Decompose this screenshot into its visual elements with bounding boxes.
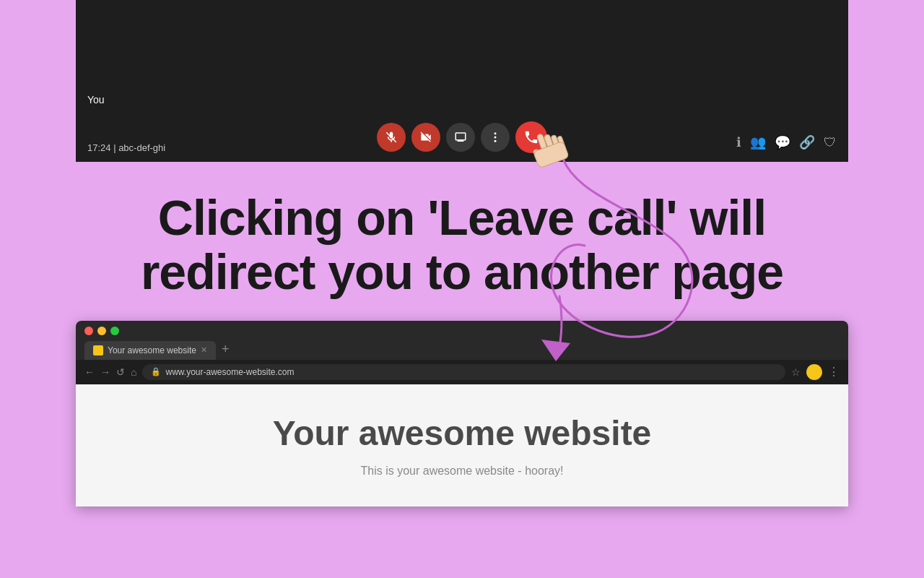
call-controls [377,121,547,153]
browser-mockup: Your awesome website ✕ + ← → ↺ ⌂ 🔒 www.y… [76,321,848,506]
website-title: Your awesome website [273,413,652,453]
minimize-traffic-light[interactable] [97,327,106,335]
leave-call-button[interactable] [515,121,547,153]
right-icons: ℹ 👥 💬 🔗 🛡 [736,134,837,150]
back-button[interactable]: ← [84,366,95,378]
svg-point-1 [494,132,497,134]
forward-button[interactable]: → [100,366,110,378]
lock-icon: 🔒 [151,367,161,376]
chat-icon[interactable]: 💬 [775,134,790,150]
svg-point-2 [494,137,497,139]
tab-close-button[interactable]: ✕ [201,345,207,355]
address-bar[interactable]: 🔒 www.your-awesome-website.com [142,364,785,380]
video-call-bar: You 17:24 | abc-def-ghi [76,0,848,162]
new-tab-button[interactable]: + [216,342,235,360]
svg-point-3 [494,140,497,142]
browser-menu-button[interactable]: ⋮ [828,365,840,379]
share-screen-button[interactable] [446,123,475,152]
website-subtitle: This is your awesome website - hooray! [361,465,564,478]
traffic-lights [84,327,840,335]
url-text: www.your-awesome-website.com [165,367,294,377]
mute-button[interactable] [377,123,406,152]
instruction-heading: Clicking on 'Leave call' willredirect yo… [43,191,881,299]
close-traffic-light[interactable] [84,327,93,335]
user-label: You [87,94,105,105]
instruction-area: Clicking on 'Leave call' willredirect yo… [0,162,924,321]
call-info: 17:24 | abc-def-ghi [87,142,165,153]
activities-icon[interactable]: 🔗 [799,134,815,150]
reload-button[interactable]: ↺ [116,366,125,378]
browser-address-bar: ← → ↺ ⌂ 🔒 www.your-awesome-website.com ☆… [76,360,848,384]
home-button[interactable]: ⌂ [131,366,136,378]
browser-chrome: Your awesome website ✕ + [76,321,848,360]
tab-favicon [93,345,103,355]
browser-tab-active[interactable]: Your awesome website ✕ [84,341,216,360]
more-options-button[interactable] [481,123,510,152]
camera-off-button[interactable] [411,123,440,152]
maximize-traffic-light[interactable] [110,327,119,335]
people-icon[interactable]: 👥 [750,134,766,150]
browser-tabs: Your awesome website ✕ + [84,341,840,360]
browser-profile-avatar[interactable] [806,364,822,380]
info-icon[interactable]: ℹ [736,134,741,150]
browser-content: Your awesome website This is your awesom… [76,384,848,506]
tab-label: Your awesome website [108,345,196,355]
shield-icon[interactable]: 🛡 [824,135,837,150]
bookmark-button[interactable]: ☆ [791,366,801,378]
